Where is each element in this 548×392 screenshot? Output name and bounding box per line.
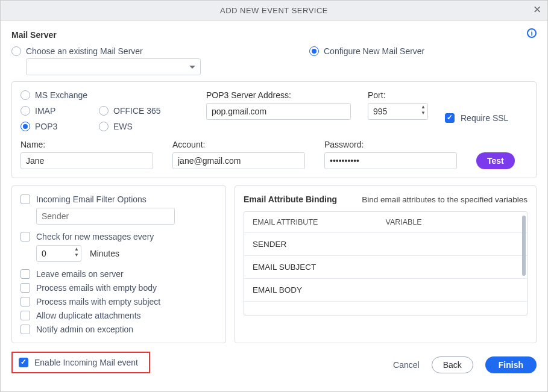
checkbox-label: Leave emails on server <box>36 269 124 279</box>
pop3-address-label: POP3 Server Address: <box>206 90 351 100</box>
existing-server-select[interactable] <box>26 58 201 75</box>
info-icon[interactable]: i <box>527 28 537 38</box>
radio-icon <box>99 106 109 116</box>
radio-label: Choose an existing Mail Server <box>26 46 143 56</box>
col-variable: VARIABLE <box>386 218 519 226</box>
name-input[interactable] <box>20 152 153 169</box>
checkbox-icon <box>20 325 30 334</box>
filter-options-checkbox[interactable]: Incoming Email Filter Options <box>20 194 217 204</box>
minutes-label: Minutes <box>90 249 119 258</box>
scrollbar-thumb[interactable] <box>522 216 526 276</box>
checkbox-icon <box>20 269 30 279</box>
process-empty-body-checkbox[interactable]: Process emails with empty body <box>20 283 217 293</box>
checkbox-icon <box>19 358 28 367</box>
chevron-up-icon: ▲ <box>421 104 426 110</box>
account-label: Account: <box>172 140 305 149</box>
modal-title: ADD NEW EVENT SERVICE <box>220 6 328 15</box>
radio-label: POP3 <box>35 122 57 131</box>
checkbox-icon <box>20 194 30 204</box>
finish-button[interactable]: Finish <box>485 356 537 373</box>
close-icon[interactable]: × <box>534 3 541 16</box>
radio-label: OFFICE 365 <box>113 106 161 116</box>
chevron-down-icon: ▼ <box>421 110 426 116</box>
port-spinner-controls[interactable]: ▲ ▼ <box>421 104 426 116</box>
chevron-up-icon: ▲ <box>74 246 79 252</box>
radio-ews[interactable]: EWS <box>99 122 177 131</box>
radio-label: MS Exchange <box>35 90 87 100</box>
binding-table: EMAIL ATTRIBUTE VARIABLE SENDER EMAIL SU… <box>244 211 528 316</box>
table-row[interactable]: EMAIL BODY <box>244 278 527 301</box>
radio-label: EWS <box>113 122 133 131</box>
password-label: Password: <box>324 140 457 149</box>
radio-imap[interactable]: IMAP <box>20 106 99 116</box>
radio-icon <box>11 46 21 56</box>
checkbox-label: Allow duplicate attachments <box>36 311 141 320</box>
require-ssl-label: Require SSL <box>461 113 508 123</box>
cancel-button[interactable]: Cancel <box>393 360 420 370</box>
radio-office365[interactable]: OFFICE 365 <box>99 106 177 116</box>
leave-emails-checkbox[interactable]: Leave emails on server <box>20 269 217 279</box>
radio-icon <box>309 46 319 56</box>
chevron-down-icon: ▼ <box>74 252 79 258</box>
port-input[interactable] <box>368 103 428 120</box>
radio-icon <box>99 122 109 131</box>
radio-ms-exchange[interactable]: MS Exchange <box>20 90 99 100</box>
table-row[interactable]: SENDER <box>244 232 527 255</box>
checkbox-icon <box>20 297 30 306</box>
binding-subtitle: Bind email attributes to the specified v… <box>362 195 528 204</box>
port-label: Port: <box>368 90 428 100</box>
name-label: Name: <box>20 140 153 149</box>
checkbox-label: Notify admin on exception <box>36 325 133 334</box>
process-empty-subject-checkbox[interactable]: Process mails with empty subject <box>20 297 217 306</box>
checkbox-icon <box>20 283 30 293</box>
radio-icon <box>20 90 30 100</box>
allow-duplicate-checkbox[interactable]: Allow duplicate attachments <box>20 311 217 320</box>
test-button[interactable]: Test <box>476 152 515 169</box>
radio-icon <box>20 106 30 116</box>
radio-choose-existing[interactable]: Choose an existing Mail Server <box>11 46 201 56</box>
col-attribute: EMAIL ATTRIBUTE <box>253 218 386 226</box>
radio-label: Configure New Mail Server <box>324 46 424 56</box>
check-every-checkbox[interactable]: Check for new messages every <box>20 232 217 241</box>
checkbox-icon <box>20 311 30 320</box>
sender-filter-input[interactable] <box>36 208 175 225</box>
radio-pop3[interactable]: POP3 <box>20 122 99 131</box>
table-row <box>244 301 527 315</box>
password-input[interactable] <box>324 152 457 169</box>
pop3-address-input[interactable] <box>206 103 351 120</box>
notify-admin-checkbox[interactable]: Notify admin on exception <box>20 325 217 334</box>
minutes-spinner-controls[interactable]: ▲ ▼ <box>74 246 79 258</box>
radio-icon <box>20 122 30 131</box>
account-input[interactable] <box>172 152 305 169</box>
table-row[interactable]: EMAIL SUBJECT <box>244 255 527 278</box>
checkbox-icon <box>20 232 30 241</box>
binding-title: Email Attribute Binding <box>244 194 337 204</box>
back-button[interactable]: Back <box>432 356 473 373</box>
enable-incoming-mail-checkbox[interactable]: Enable Incoming Mail event <box>11 352 150 373</box>
checkbox-label: Enable Incoming Mail event <box>34 358 138 367</box>
radio-label: IMAP <box>35 106 55 116</box>
filter-options-label: Incoming Email Filter Options <box>36 194 146 204</box>
check-every-label: Check for new messages every <box>36 232 154 241</box>
checkbox-label: Process mails with empty subject <box>36 297 160 306</box>
checkbox-label: Process emails with empty body <box>36 283 157 293</box>
require-ssl-checkbox[interactable]: Require SSL <box>445 105 508 131</box>
radio-configure-new[interactable]: Configure New Mail Server <box>309 46 424 56</box>
mail-server-label: Mail Server <box>11 30 57 40</box>
modal-header: ADD NEW EVENT SERVICE × <box>1 1 547 21</box>
checkbox-icon <box>445 113 455 123</box>
